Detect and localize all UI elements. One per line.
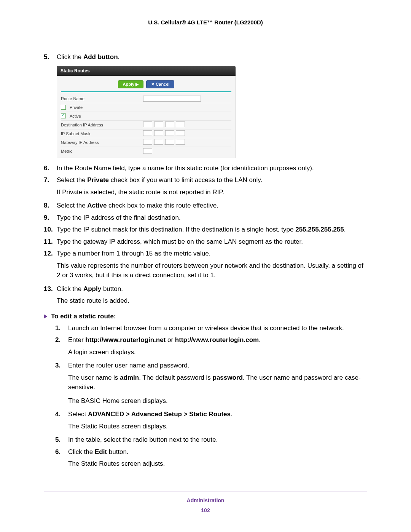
dest-ip-input[interactable]: ...: [143, 121, 185, 128]
label-private: Private: [70, 105, 150, 110]
step-text: Enter http://www.routerlogin.net or http…: [68, 335, 367, 345]
label-route-name: Route Name: [61, 96, 141, 101]
step-number: 5.: [44, 52, 57, 62]
edit-step-1: 1. Launch an Internet browser from a com…: [55, 323, 367, 333]
step-text: Type a number from 1 through 15 as the m…: [57, 249, 367, 259]
gateway-input[interactable]: ...: [143, 139, 185, 145]
section-title: To edit a static route:: [51, 313, 116, 320]
step-text: Type the IP subnet mask for this destina…: [57, 225, 367, 235]
label-metric: Metric: [61, 149, 141, 153]
step-number: 7.: [44, 175, 57, 185]
edit-step-3: 3. Enter the router user name and passwo…: [55, 361, 367, 371]
step-number: 9.: [44, 213, 57, 223]
label-gateway: Gateway IP Address: [61, 140, 141, 145]
edit-step-5: 5. In the table, select the radio button…: [55, 435, 367, 445]
step-text: Enter the router user name and password.: [68, 361, 367, 371]
step-12: 12. Type a number from 1 through 15 as t…: [44, 249, 367, 259]
label-dest-ip: Destination IP Address: [61, 123, 141, 127]
apply-button[interactable]: Apply ▶: [118, 80, 144, 88]
page-header: U.S. Cellular® 4G LTE™ Router (LG2200D): [44, 19, 367, 26]
footer-section-label: Administration: [44, 497, 367, 503]
step-text: Click the Apply button.: [57, 284, 367, 294]
static-routes-screenshot: Static Routes Apply ▶ ✕ Cancel Route Nam…: [57, 66, 236, 158]
row-dest-ip: Destination IP Address ...: [61, 121, 231, 129]
step-text: In the table, select the radio button ne…: [68, 435, 367, 445]
edit-step-4-sub: The Static Routes screen displays.: [68, 422, 367, 431]
step-12-sub: This value represents the number of rout…: [57, 261, 367, 280]
edit-step-6: 6. Click the Edit button.: [55, 447, 367, 457]
page: U.S. Cellular® 4G LTE™ Router (LG2200D) …: [0, 0, 411, 529]
row-gateway: Gateway IP Address ...: [61, 138, 231, 147]
step-number: 8.: [44, 201, 57, 211]
step-9: 9. Type the IP address of the final dest…: [44, 213, 367, 223]
edit-step-2-sub: A login screen displays.: [68, 347, 367, 357]
step-number: 5.: [55, 435, 68, 445]
step-text: Launch an Internet browser from a comput…: [68, 323, 367, 333]
step-text: Click the Edit button.: [68, 447, 367, 457]
step-number: 13.: [44, 284, 57, 294]
row-metric: Metric: [61, 147, 231, 155]
step-13-sub: The static route is added.: [57, 296, 367, 306]
row-subnet: IP Subnet Mask ...: [61, 129, 231, 138]
edit-step-3-sub1: The user name is admin. The default pass…: [68, 373, 367, 392]
step-7: 7. Select the Private check box if you w…: [44, 175, 367, 185]
step-7-sub: If Private is selected, the static route…: [57, 187, 367, 197]
step-6: 6. In the Route Name field, type a name …: [44, 163, 367, 173]
step-number: 6.: [44, 163, 57, 173]
triangle-bullet-icon: [44, 314, 47, 319]
footer-rule: [44, 492, 367, 492]
step-number: 12.: [44, 249, 57, 259]
cancel-button[interactable]: ✕ Cancel: [146, 80, 174, 88]
panel-title: Static Routes: [57, 66, 236, 76]
edit-step-3-sub2: The BASIC Home screen displays.: [68, 396, 367, 406]
metric-input[interactable]: [143, 148, 152, 154]
edit-step-2: 2. Enter http://www.routerlogin.net or h…: [55, 335, 367, 345]
step-11: 11. Type the gateway IP address, which m…: [44, 237, 367, 247]
step-number: 2.: [55, 335, 68, 345]
step-8: 8. Select the Active check box to make t…: [44, 201, 367, 211]
step-text: Click the Add button.: [57, 52, 367, 62]
section-edit-static-route: To edit a static route:: [44, 313, 367, 320]
edit-step-6-sub: The Static Routes screen adjusts.: [68, 459, 367, 469]
step-text: Select ADVANCED > Advanced Setup > Stati…: [68, 409, 367, 419]
step-5: 5. Click the Add button.: [44, 52, 367, 62]
row-route-name: Route Name: [61, 94, 231, 103]
row-active: Active: [61, 112, 231, 121]
edit-steps-list: 1. Launch an Internet browser from a com…: [44, 323, 367, 469]
subnet-input[interactable]: ...: [143, 130, 185, 137]
step-text: Select the Active check box to make this…: [57, 201, 367, 211]
panel-body: Apply ▶ ✕ Cancel Route Name Private Acti…: [57, 76, 236, 158]
step-number: 11.: [44, 237, 57, 247]
step-number: 3.: [55, 361, 68, 371]
step-13: 13. Click the Apply button.: [44, 284, 367, 294]
step-number: 4.: [55, 409, 68, 419]
step-number: 10.: [44, 225, 57, 235]
edit-step-4: 4. Select ADVANCED > Advanced Setup > St…: [55, 409, 367, 419]
step-text: Type the gateway IP address, which must …: [57, 237, 367, 247]
step-text: Type the IP address of the final destina…: [57, 213, 367, 223]
step-text: In the Route Name field, type a name for…: [57, 163, 367, 173]
step-number: 1.: [55, 323, 68, 333]
footer-page-number: 102: [44, 507, 367, 513]
active-checkbox[interactable]: [61, 113, 66, 118]
step-number: 6.: [55, 447, 68, 457]
label-active: Active: [70, 114, 150, 118]
step-text: Select the Private check box if you want…: [57, 175, 367, 185]
step-10: 10. Type the IP subnet mask for this des…: [44, 225, 367, 235]
label-subnet: IP Subnet Mask: [61, 131, 141, 136]
row-private: Private: [61, 103, 231, 112]
panel-button-row: Apply ▶ ✕ Cancel: [61, 79, 231, 92]
route-name-input[interactable]: [143, 96, 201, 102]
private-checkbox[interactable]: [61, 105, 66, 110]
